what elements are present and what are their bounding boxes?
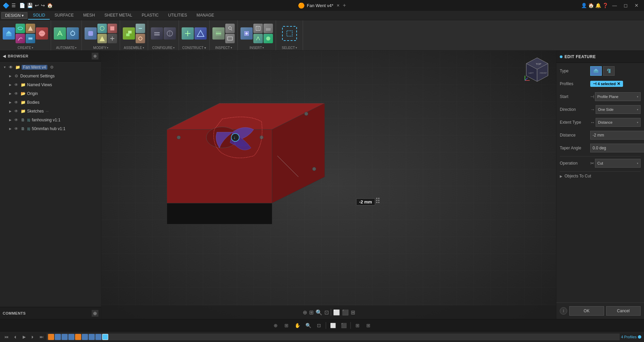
tab-surface[interactable]: SURFACE (50, 11, 78, 20)
close-window-btn[interactable]: ✕ (632, 3, 641, 8)
insert-icon1[interactable] (240, 27, 253, 40)
tab-utilities[interactable]: UTILITIES (163, 11, 192, 20)
viewport-pan-icon[interactable]: ⊞ (309, 309, 314, 316)
start-dropdown[interactable]: Profile Plane ▾ (595, 92, 641, 101)
home-btn[interactable]: 🏠 (47, 3, 53, 8)
modify-group-label[interactable]: MODIFY ▾ (93, 46, 109, 50)
operation-dropdown[interactable]: Cut ▾ (595, 159, 641, 168)
viewport[interactable]: ↓ -2 mm TOP LEFT (101, 51, 556, 319)
status-pan-icon[interactable]: ✋ (293, 321, 301, 329)
minimize-btn[interactable]: — (610, 3, 620, 8)
type-btn-revolve[interactable] (603, 66, 615, 76)
account-icon[interactable]: 👤 (581, 3, 587, 8)
taper-angle-input[interactable] (590, 144, 644, 152)
viewport-display-mode-icon[interactable]: ⬜ (333, 309, 340, 316)
viewport-zoom-icon[interactable]: 🔍 (316, 309, 322, 316)
distance-input[interactable] (590, 131, 644, 140)
tab-solid[interactable]: SOLID (28, 11, 50, 20)
tree-icon-sketches-eye[interactable]: 👁 (14, 108, 19, 114)
cancel-button[interactable]: Cancel (606, 306, 641, 316)
info-button[interactable]: i (560, 307, 567, 315)
timeline-marker-1[interactable] (48, 334, 54, 340)
status-zoom-icon[interactable]: 🔍 (304, 321, 312, 329)
ok-button[interactable]: OK (569, 306, 604, 316)
assemble-icon3[interactable] (136, 34, 145, 43)
tree-icon-named-views-eye[interactable]: 👁 (14, 82, 19, 88)
automate-icon2[interactable] (67, 27, 79, 40)
dimension-label[interactable]: -2 mm (356, 198, 375, 205)
insert-group-label[interactable]: INSERT ▾ (250, 46, 264, 50)
viewport-visual-style-icon[interactable]: ⬛ (342, 309, 349, 316)
tab-mesh[interactable]: MESH (78, 11, 100, 20)
browser-collapse-icon[interactable]: ◀ (3, 54, 6, 58)
timeline-marker-3[interactable] (62, 334, 68, 340)
redo-btn[interactable]: ↪ (41, 3, 45, 8)
timeline-marker-6[interactable] (82, 334, 88, 340)
automate-group-label[interactable]: AUTOMATE ▾ (56, 46, 77, 50)
design-button[interactable]: DESIGN ▾ (1, 12, 27, 19)
inspect-icon2[interactable] (225, 24, 235, 33)
viewport-orbit-icon[interactable]: ⊕ (303, 309, 307, 316)
tree-item-sketches[interactable]: ▶ 👁 📁 Sketches ··· (0, 107, 101, 116)
timeline-play-btn[interactable]: ▶ (20, 333, 28, 341)
profiles-selected-badge[interactable]: ⊣ 4 selected ✕ (590, 81, 623, 87)
automate-icon1[interactable] (54, 27, 66, 40)
status-box-icon[interactable]: ⊞ (282, 321, 291, 329)
app-menu-icon[interactable]: ☰ (12, 3, 16, 8)
undo-btn[interactable]: ↩ (35, 3, 39, 8)
timeline-marker-2[interactable] (55, 334, 61, 340)
timeline-marker-7[interactable] (89, 334, 95, 340)
new-btn[interactable]: 📄 (19, 3, 25, 8)
tree-icon-root-eye[interactable]: 👁 (8, 65, 14, 70)
tree-settings-icon[interactable]: ⚙ (50, 65, 54, 70)
extent-type-dropdown[interactable]: Distance ▾ (596, 118, 641, 127)
insert-icon3[interactable] (253, 34, 263, 43)
create-extrude-icon[interactable] (3, 27, 15, 40)
tree-icon-50mmfan-eye[interactable]: 👁 (14, 126, 19, 131)
tab-sheet-metal[interactable]: SHEET METAL (100, 11, 137, 20)
status-display-icon[interactable]: ⬜ (329, 321, 337, 329)
tree-item-named-views[interactable]: ▶ 👁 📁 Named Views (0, 80, 101, 89)
construct-icon1[interactable] (182, 27, 194, 40)
create-sphere-icon[interactable] (36, 27, 48, 40)
modify-icon5[interactable] (108, 34, 117, 43)
tree-item-50mmfan[interactable]: ▶ 👁 🗎 ⛓ 50mmfan hub v1:1 (0, 124, 101, 133)
direction-dropdown[interactable]: One Side ▾ (596, 105, 641, 114)
modify-icon1[interactable] (85, 27, 97, 40)
tab-close-btn[interactable]: ✕ (336, 3, 341, 8)
construct-icon2[interactable] (194, 27, 207, 40)
dimension-options-btn[interactable] (376, 198, 384, 206)
maximize-btn[interactable]: ◻ (621, 3, 630, 8)
create-rib-icon[interactable] (26, 34, 35, 43)
modify-icon2[interactable] (97, 24, 107, 33)
configure-icon2[interactable] (164, 27, 176, 40)
status-grid-icon[interactable]: ⊞ (353, 321, 362, 329)
viewcube[interactable]: TOP LEFT FRONT (524, 56, 551, 83)
browser-search-btn[interactable]: ⊕ (92, 53, 98, 59)
insert-icon5[interactable] (263, 34, 273, 43)
create-revolve-icon[interactable] (16, 24, 25, 33)
tree-icon-origin-eye[interactable]: 👁 (14, 91, 19, 96)
modify-icon4[interactable] (108, 24, 117, 33)
help-icon[interactable]: ❓ (602, 3, 608, 8)
new-tab-btn[interactable]: + (343, 2, 346, 8)
type-btn-extrude[interactable] (590, 66, 602, 76)
profiles-clear-btn[interactable]: ✕ (617, 81, 620, 86)
create-loft-icon[interactable] (26, 24, 35, 33)
assemble-icon2[interactable] (136, 24, 145, 33)
timeline-next-btn[interactable]: ⏵ (29, 333, 37, 341)
tree-item-bodies[interactable]: ▶ 👁 📁 Bodies (0, 98, 101, 107)
tree-icon-fanhousing-eye[interactable]: 👁 (14, 117, 19, 123)
inspect-icon1[interactable] (212, 27, 225, 40)
status-zoom-extents-icon[interactable]: ⊡ (315, 321, 323, 329)
timeline-marker-current[interactable] (102, 334, 108, 340)
select-group-label[interactable]: SELECT ▾ (282, 46, 297, 50)
status-visual-icon[interactable]: ⬛ (340, 321, 348, 329)
select-box-icon[interactable] (282, 26, 297, 41)
tree-item-root[interactable]: ▼ 👁 📁 Fan Went v4 ⚙ (0, 63, 101, 72)
status-orbit-icon[interactable]: ⊕ (272, 321, 280, 329)
viewport-zoom-extents-icon[interactable]: ⊡ (324, 309, 329, 316)
tree-icon-bodies-eye[interactable]: 👁 (14, 100, 19, 105)
timeline-marker-8[interactable] (95, 334, 101, 340)
objects-to-cut-toggle[interactable]: ▶ Objects To Cut (560, 174, 641, 178)
